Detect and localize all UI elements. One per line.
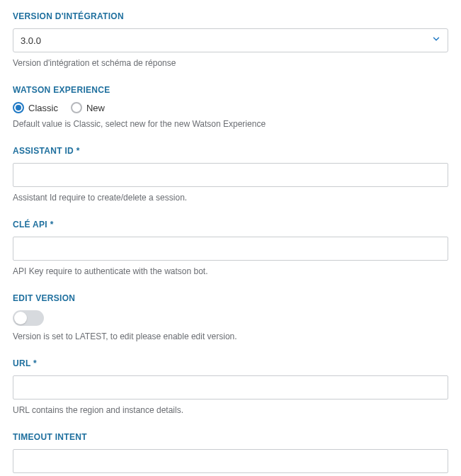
field-url: URL * URL contains the region and instan… [13, 358, 448, 415]
field-integration-version: VERSION D'INTÉGRATION 3.0.0 Version d'in… [13, 11, 448, 68]
watson-experience-help: Default value is Classic, select new for… [13, 119, 448, 129]
field-watson-experience: WATSON EXPERIENCE Classic New Default va… [13, 85, 448, 129]
watson-experience-label: WATSON EXPERIENCE [13, 85, 448, 95]
field-api-key: CLÉ API * API Key require to authenticat… [13, 220, 448, 276]
integration-version-help: Version d'intégration et schéma de répon… [13, 58, 448, 68]
settings-form: VERSION D'INTÉGRATION 3.0.0 Version d'in… [0, 0, 461, 476]
radio-new[interactable]: New [71, 102, 105, 113]
toggle-knob [14, 312, 27, 324]
radio-new-label: New [86, 103, 105, 113]
radio-classic-label: Classic [28, 103, 58, 113]
radio-icon [13, 102, 24, 113]
field-edit-version: EDIT VERSION Version is set to LATEST, t… [13, 293, 448, 341]
watson-experience-radio-group: Classic New [13, 102, 448, 113]
integration-version-value: 3.0.0 [21, 35, 41, 46]
assistant-id-input[interactable] [13, 163, 448, 187]
field-timeout-intent: TIMEOUT INTENT Default timeout intent [13, 432, 448, 476]
radio-icon [71, 102, 82, 113]
timeout-intent-input[interactable] [13, 449, 448, 473]
integration-version-label: VERSION D'INTÉGRATION [13, 11, 448, 21]
assistant-id-label: ASSISTANT ID * [13, 146, 448, 156]
assistant-id-help: Assistant Id require to create/delete a … [13, 193, 448, 203]
api-key-help: API Key require to authenticate with the… [13, 266, 448, 276]
api-key-label: CLÉ API * [13, 220, 448, 230]
api-key-input[interactable] [13, 237, 448, 261]
edit-version-toggle[interactable] [13, 310, 44, 326]
field-assistant-id: ASSISTANT ID * Assistant Id require to c… [13, 146, 448, 203]
timeout-intent-label: TIMEOUT INTENT [13, 432, 448, 442]
radio-classic[interactable]: Classic [13, 102, 58, 113]
url-input[interactable] [13, 375, 448, 400]
integration-version-select[interactable]: 3.0.0 [13, 28, 448, 52]
edit-version-label: EDIT VERSION [13, 293, 448, 303]
url-label: URL * [13, 358, 448, 368]
url-help: URL contains the region and instance det… [13, 405, 448, 415]
edit-version-help: Version is set to LATEST, to edit please… [13, 332, 448, 341]
